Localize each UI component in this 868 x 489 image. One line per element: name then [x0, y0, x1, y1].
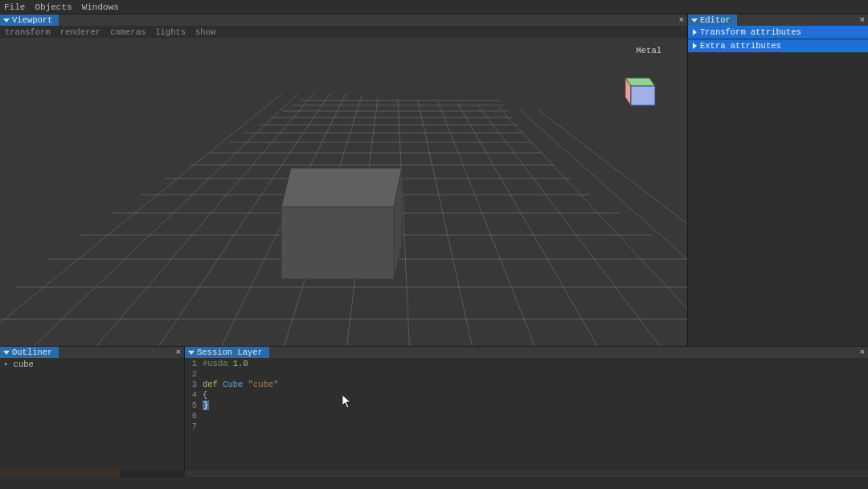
navigation-cube[interactable] — [613, 64, 661, 112]
app-menubar: File Objects Windows — [0, 0, 868, 14]
viewport-tab[interactable]: Viewport — [0, 14, 59, 26]
svg-line-9 — [438, 102, 538, 346]
outliner-tab[interactable]: Outliner — [0, 347, 59, 358]
svg-line-1 — [24, 94, 297, 346]
cube-mesh — [281, 168, 402, 279]
dropdown-icon — [3, 18, 10, 23]
svg-line-8 — [418, 101, 474, 346]
render-engine-label: Metal — [636, 46, 661, 55]
status-bar — [0, 471, 868, 477]
menu-file[interactable]: File — [4, 2, 25, 12]
close-icon[interactable]: × — [175, 347, 181, 357]
attr-extra[interactable]: Extra attributes — [688, 39, 868, 53]
svg-line-14 — [538, 110, 687, 346]
attr-label: Transform attributes — [700, 27, 801, 37]
session-tab-label: Session Layer — [197, 347, 263, 357]
dropdown-icon — [188, 351, 194, 355]
expand-icon — [693, 29, 697, 35]
attr-transform[interactable]: Transform attributes — [688, 26, 868, 39]
svg-marker-40 — [631, 86, 655, 105]
grid-scene — [0, 38, 687, 346]
dropdown-icon — [691, 18, 698, 23]
close-icon[interactable]: × — [678, 15, 684, 25]
line-gutter: 1 2 3 4 5 6 7 — [185, 358, 199, 471]
editor-tab-label: Editor — [700, 15, 731, 25]
menu-objects[interactable]: Objects — [35, 2, 72, 12]
svg-line-11 — [478, 105, 667, 346]
submenu-transform[interactable]: transform — [5, 27, 51, 37]
menu-windows[interactable]: Windows — [82, 2, 119, 12]
outliner-tab-label: Outliner — [12, 347, 52, 357]
dropdown-icon — [3, 351, 10, 355]
svg-line-12 — [498, 107, 687, 346]
svg-marker-33 — [281, 207, 394, 279]
viewport-tab-label: Viewport — [12, 15, 52, 25]
submenu-show[interactable]: show — [195, 27, 215, 37]
svg-line-2 — [88, 94, 313, 346]
svg-marker-32 — [281, 168, 402, 207]
submenu-cameras[interactable]: cameras — [110, 27, 145, 37]
svg-line-10 — [458, 104, 603, 346]
svg-line-0 — [0, 94, 281, 346]
session-tab[interactable]: Session Layer — [185, 347, 269, 358]
viewport-panel-header: Viewport × — [0, 14, 687, 26]
code-editor[interactable]: 1 2 3 4 5 6 7 #usda 1.0 def Cube "cube" … — [185, 358, 868, 471]
editor-tab[interactable]: Editor — [688, 14, 737, 26]
expand-icon — [693, 43, 697, 49]
editor-body: Transform attributes Extra attributes — [688, 26, 868, 346]
editor-panel-header: Editor × — [688, 14, 868, 26]
code-content[interactable]: #usda 1.0 def Cube "cube" { } — [199, 358, 868, 471]
svg-line-13 — [518, 109, 687, 346]
close-icon[interactable]: × — [859, 15, 865, 25]
viewport-3d[interactable]: Metal — [0, 38, 687, 346]
submenu-renderer[interactable]: renderer — [60, 27, 100, 37]
session-panel-header: Session Layer × — [185, 346, 868, 358]
close-icon[interactable]: × — [859, 347, 865, 357]
outliner-body[interactable]: cube — [0, 358, 184, 471]
attr-label: Extra attributes — [700, 41, 781, 51]
outliner-item-cube[interactable]: cube — [3, 360, 181, 369]
submenu-lights[interactable]: lights — [155, 27, 186, 37]
outliner-panel-header: Outliner × — [0, 346, 184, 358]
viewport-submenu: transform renderer cameras lights show — [0, 26, 687, 38]
